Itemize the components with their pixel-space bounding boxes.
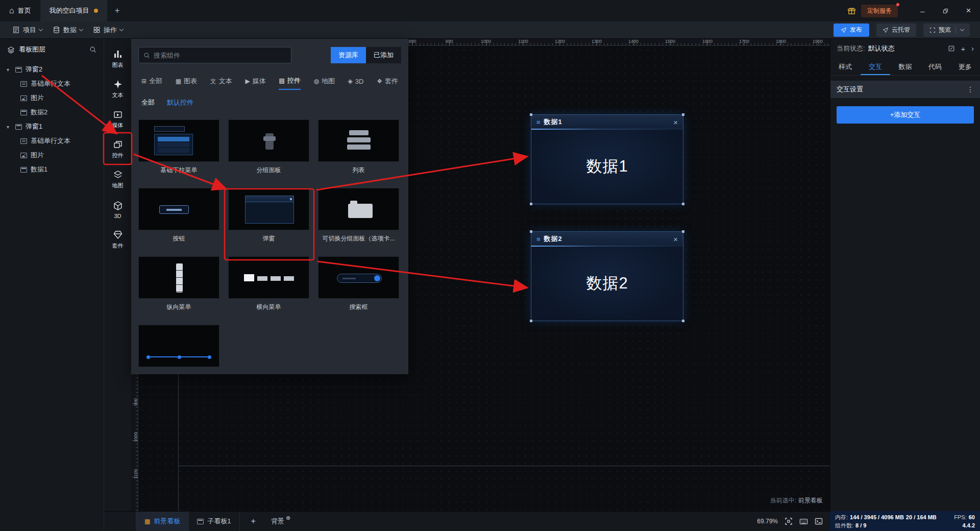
preview-button[interactable]: 预览 [923, 23, 970, 37]
tab-charts[interactable]: ▦ 图表 [176, 73, 197, 90]
popup-header[interactable]: ≡ 数据1 × [531, 115, 683, 129]
tree-item-text[interactable]: 基础单行文本 [0, 77, 104, 91]
filter-all[interactable]: 全部 [141, 98, 155, 107]
selection-handle[interactable] [682, 203, 684, 205]
selection-handle[interactable] [530, 203, 532, 205]
components-row: 组件数: 8 / 9 4.4.2 [835, 521, 975, 529]
tab-map[interactable]: ◍ 地图 [313, 73, 334, 90]
selection-handle[interactable] [530, 230, 532, 233]
popup-close-icon[interactable]: × [673, 118, 678, 127]
component-card-timeline[interactable] [138, 325, 219, 374]
component-card-popup[interactable]: 弹窗 [228, 188, 309, 244]
tree-item-image[interactable]: 图片 [0, 91, 104, 105]
card-label: 列表 [318, 166, 399, 175]
component-search[interactable] [138, 47, 291, 63]
caret-down-icon[interactable]: ▾ [7, 67, 12, 73]
project-tab[interactable]: 我的空白项目 [40, 0, 107, 21]
cloud-host-button[interactable]: 云托管 [876, 23, 916, 37]
tab-text[interactable]: 文 文本 [210, 73, 232, 90]
ruler-label: 900 [445, 39, 453, 44]
maximize-button[interactable] [934, 0, 957, 21]
selection-handle[interactable] [530, 113, 532, 116]
background-label: 背景 [271, 517, 284, 526]
tab-label: 图表 [184, 77, 197, 86]
library-button[interactable]: 资源库 [331, 47, 366, 63]
minimize-button[interactable]: – [911, 0, 934, 21]
tab-code[interactable]: 代码 [920, 58, 950, 75]
toolbar-item-widgets[interactable]: 控件 [104, 134, 131, 164]
component-card-button[interactable]: 按钮 [138, 188, 219, 244]
publish-button[interactable]: 发布 [834, 23, 869, 37]
tree-group-popup1[interactable]: ▾ 弹窗1 [0, 119, 104, 134]
component-card-search-box[interactable]: 搜索框 [318, 256, 399, 312]
component-card-list[interactable]: 列表 [318, 119, 399, 175]
menu-data[interactable]: 数据 [47, 21, 88, 38]
toolbar-item-3d[interactable]: 3D [104, 195, 131, 225]
tree-item-text[interactable]: 基础单行文本 [0, 134, 104, 148]
thumb-shape [245, 196, 294, 224]
card-thumbnail [228, 256, 309, 299]
tree-item-data1[interactable]: 数据1 [0, 162, 104, 177]
terminal-icon[interactable] [815, 517, 823, 525]
home-button[interactable]: ⌂ 首页 [0, 0, 40, 21]
new-tab-button[interactable]: + [107, 0, 128, 21]
menu-project[interactable]: 项目 [7, 21, 47, 38]
tree-item-data2[interactable]: 数据2 [0, 105, 104, 119]
toolbar-item-charts[interactable]: 图表 [104, 44, 131, 74]
fit-screen-icon[interactable] [785, 517, 793, 525]
component-card-horizontal-menu[interactable]: 横向菜单 [228, 256, 309, 312]
data-popup-2[interactable]: ≡ 数据2 × 数据2 [531, 231, 683, 321]
added-button[interactable]: 已添加 [366, 47, 401, 63]
tab-widgets[interactable]: ▤ 控件 [279, 73, 300, 90]
tab-3d[interactable]: ◈ 3D [348, 73, 364, 90]
toolbar-item-media[interactable]: 媒体 [104, 104, 131, 134]
zoom-level[interactable]: 69.79% [757, 518, 778, 525]
menu-action[interactable]: 操作 [88, 21, 128, 38]
search-input[interactable] [154, 52, 286, 59]
selection-handle[interactable] [682, 113, 684, 116]
edit-icon[interactable] [948, 45, 955, 52]
tab-all[interactable]: ⊞ 全部 [141, 73, 162, 90]
filter-default-widgets[interactable]: 默认控件 [167, 98, 193, 107]
close-button[interactable]: × [957, 0, 980, 21]
caret-down-icon[interactable]: ▾ [7, 124, 12, 130]
layer-search-button[interactable] [89, 46, 96, 53]
plus-icon: + [251, 517, 256, 525]
kebab-menu-icon[interactable]: ⋮ [967, 85, 974, 93]
toolbar-item-kit[interactable]: 套件 [104, 225, 131, 255]
selection-handle[interactable] [682, 230, 684, 233]
add-state-icon[interactable]: + [961, 44, 966, 53]
selection-handle[interactable] [682, 320, 684, 322]
tab-more[interactable]: 更多 [950, 58, 980, 75]
chevron-down-icon [119, 27, 124, 31]
widget-icon: ▤ [279, 77, 284, 84]
background-button[interactable]: 背景 ⊕ [271, 517, 290, 526]
tab-style[interactable]: 样式 [830, 58, 861, 75]
collapse-panel-icon[interactable]: › [971, 44, 974, 53]
tab-sub-board[interactable]: 子看板1 [189, 512, 239, 531]
tab-data[interactable]: 数据 [890, 58, 920, 75]
popup-close-icon[interactable]: × [673, 235, 678, 244]
tab-foreground-board[interactable]: ▦ 前景看板 [136, 512, 189, 531]
tab-media[interactable]: ▶ 媒体 [245, 73, 265, 90]
component-card-dropdown[interactable]: 基础下拉菜单 [138, 119, 219, 175]
component-card-group-panel[interactable]: 分组面板 [228, 119, 309, 175]
popup-menu-icon: ≡ [536, 235, 541, 243]
layers-header: 看板图层 [0, 39, 104, 60]
data-popup-1[interactable]: ≡ 数据1 × 数据1 [531, 114, 683, 204]
tab-interaction[interactable]: 交互 [861, 58, 891, 75]
toolbar-item-map[interactable]: 地图 [104, 164, 131, 195]
add-board-button[interactable]: + [251, 517, 256, 526]
keyboard-icon[interactable] [799, 517, 808, 526]
component-card-vertical-menu[interactable]: 纵向菜单 [138, 256, 219, 312]
tree-item-image[interactable]: 图片 [0, 148, 104, 162]
fps-value: 60 [969, 513, 975, 521]
tree-group-popup2[interactable]: ▾ 弹窗2 [0, 62, 104, 77]
toolbar-item-text[interactable]: 文本 [104, 74, 131, 104]
component-card-tab-panel[interactable]: 可切换分组面板（选项卡... [318, 188, 399, 244]
tab-kit[interactable]: ❖ 套件 [377, 73, 398, 90]
custom-service-badge[interactable]: 定制服务 [861, 5, 898, 17]
add-interaction-button[interactable]: +添加交互 [837, 106, 974, 124]
popup-header[interactable]: ≡ 数据2 × [531, 232, 683, 246]
selection-handle[interactable] [530, 320, 532, 322]
